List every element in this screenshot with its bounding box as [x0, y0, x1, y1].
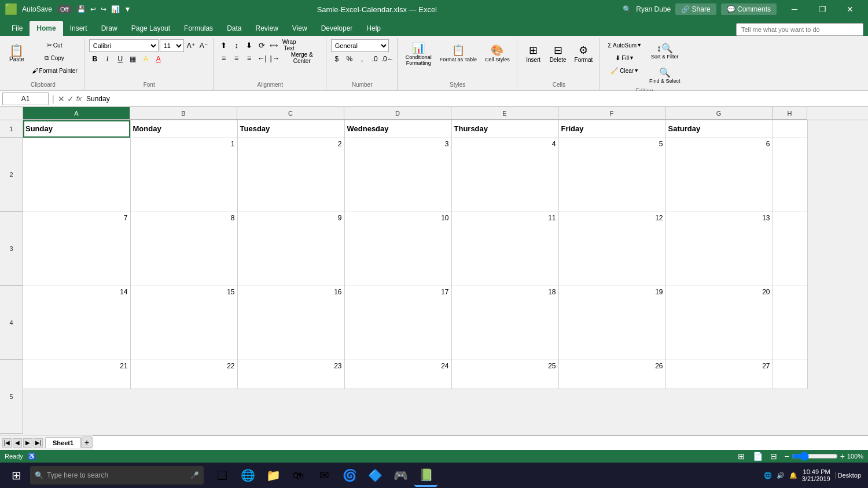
font-name-select[interactable]: Calibri — [89, 39, 159, 52]
currency-button[interactable]: $ — [331, 53, 343, 65]
align-left-button[interactable]: ≡ — [218, 52, 230, 64]
cell-D5[interactable]: 24 — [344, 360, 451, 389]
format-painter-button[interactable]: 🖌 Format Painter — [29, 65, 80, 76]
wrap-text-button[interactable]: ⟺ Wrap Text — [269, 39, 301, 51]
tab-insert[interactable]: Insert — [63, 21, 94, 36]
cell-C5[interactable]: 23 — [237, 360, 344, 389]
tell-me-input[interactable] — [736, 23, 863, 36]
cell-F3[interactable]: 12 — [558, 212, 665, 286]
sheet-tab-1[interactable]: Sheet1 — [45, 437, 81, 448]
sort-filter-button[interactable]: ↕🔍 Sort & Filter — [646, 39, 684, 62]
tab-review[interactable]: Review — [248, 21, 285, 36]
cut-button[interactable]: ✂ Cut — [29, 39, 80, 51]
cell-C1[interactable]: Tuesday — [237, 120, 344, 138]
cell-A5[interactable]: 21 — [23, 360, 130, 389]
taskbar-desktop-button[interactable]: Desktop — [835, 472, 863, 479]
zoom-in-button[interactable]: + — [840, 452, 845, 461]
taskbar-sound-icon[interactable]: 🔊 — [777, 472, 785, 479]
name-box[interactable] — [2, 93, 49, 105]
taskbar-notification-icon[interactable]: 🔔 — [789, 472, 797, 479]
number-format-select[interactable]: General — [331, 39, 389, 52]
cell-C2[interactable]: 2 — [237, 138, 344, 212]
cell-C3[interactable]: 9 — [237, 212, 344, 286]
cell-B4[interactable]: 15 — [130, 286, 237, 360]
cell-H1[interactable] — [773, 120, 807, 138]
cell-styles-button[interactable]: 🎨 Cell Styles — [481, 39, 513, 67]
tab-data[interactable]: Data — [220, 21, 248, 36]
row-header-3[interactable]: 3 — [0, 212, 23, 286]
copy-button[interactable]: ⧉ Copy — [29, 52, 80, 64]
format-as-table-button[interactable]: 📋 Format as Table — [436, 39, 480, 67]
delete-button[interactable]: ⊟ Delete — [546, 39, 570, 67]
page-break-view-button[interactable]: ⊟ — [768, 452, 779, 461]
page-layout-view-button[interactable]: 📄 — [752, 452, 763, 461]
save-icon[interactable]: 💾 — [77, 5, 86, 13]
customize-icon[interactable]: ▼ — [124, 5, 131, 13]
align-top-button[interactable]: ⬆ — [218, 39, 230, 51]
taskbar-app-unknown2[interactable]: 🎮 — [389, 464, 412, 487]
insert-function-icon[interactable]: fx — [76, 95, 82, 103]
row-header-2[interactable]: 2 — [0, 138, 23, 212]
col-header-H[interactable]: H — [773, 107, 807, 120]
cell-B5[interactable]: 22 — [130, 360, 237, 389]
accessibility-icon[interactable]: ♿ — [28, 453, 36, 460]
autosum-button[interactable]: Σ AutoSum ▼ — [605, 39, 645, 51]
sheet-scroll-prev[interactable]: ◀ — [13, 438, 22, 448]
row-header-5[interactable]: 5 — [0, 360, 23, 434]
insert-button[interactable]: ⊞ Insert — [522, 39, 545, 67]
sheet-scroll-first[interactable]: |◀ — [2, 438, 12, 448]
italic-button[interactable]: I — [102, 53, 113, 65]
taskbar-app-task-view[interactable]: ❑ — [211, 464, 234, 487]
minimize-button[interactable]: ─ — [781, 0, 808, 19]
align-middle-button[interactable]: ↕ — [231, 39, 242, 51]
cell-F5[interactable]: 26 — [558, 360, 665, 389]
taskbar-microphone-icon[interactable]: 🎤 — [190, 471, 199, 479]
taskbar-app-excel[interactable]: 📗 — [414, 464, 437, 487]
cell-H4[interactable] — [773, 286, 807, 360]
formula-input[interactable] — [84, 93, 866, 105]
cell-E5[interactable]: 25 — [451, 360, 558, 389]
cell-E3[interactable]: 11 — [451, 212, 558, 286]
col-header-A[interactable]: A — [23, 107, 130, 120]
col-header-D[interactable]: D — [344, 107, 451, 120]
normal-view-button[interactable]: ⊞ — [735, 452, 747, 461]
cell-D3[interactable]: 10 — [344, 212, 451, 286]
increase-decimal-button[interactable]: .0 — [369, 53, 381, 65]
cell-G3[interactable]: 13 — [665, 212, 773, 286]
cell-E4[interactable]: 18 — [451, 286, 558, 360]
taskbar-clock[interactable]: 10:49 PM 3/21/2019 — [802, 468, 830, 482]
cell-E2[interactable]: 4 — [451, 138, 558, 212]
font-color-button[interactable]: A — [153, 53, 164, 65]
cell-A2[interactable] — [23, 138, 130, 212]
taskbar-app-file-explorer[interactable]: 📁 — [262, 464, 285, 487]
fill-button[interactable]: ⬇ Fill ▼ — [605, 52, 645, 64]
share-button[interactable]: 🔗 Share — [675, 3, 716, 15]
taskbar-app-edge[interactable]: 🌐 — [236, 464, 259, 487]
indent-increase-button[interactable]: |→ — [269, 52, 281, 64]
cell-C4[interactable]: 16 — [237, 286, 344, 360]
tab-file[interactable]: File — [5, 21, 30, 36]
orientation-button[interactable]: ⟳ — [256, 39, 268, 51]
cell-A4[interactable]: 14 — [23, 286, 130, 360]
align-bottom-button[interactable]: ⬇ — [244, 39, 255, 51]
taskbar-app-store[interactable]: 🛍 — [287, 464, 310, 487]
merge-center-button[interactable]: Merge & Center — [282, 52, 322, 64]
zoom-slider[interactable] — [792, 452, 838, 461]
undo-icon[interactable]: ↩ — [90, 5, 96, 13]
cell-G2[interactable]: 6 — [665, 138, 773, 212]
cell-A3[interactable]: 7 — [23, 212, 130, 286]
taskbar-app-mail[interactable]: ✉ — [312, 464, 336, 487]
sheet-scroll-last[interactable]: ▶| — [34, 438, 43, 448]
cell-H2[interactable] — [773, 138, 807, 212]
decrease-decimal-button[interactable]: .0← — [382, 53, 393, 65]
autosave-toggle[interactable]: Off — [57, 5, 72, 13]
percent-button[interactable]: % — [344, 53, 355, 65]
decrease-font-button[interactable]: A⁻ — [198, 40, 209, 51]
cell-D1[interactable]: Wednesday — [344, 120, 451, 138]
tab-formulas[interactable]: Formulas — [177, 21, 220, 36]
bold-button[interactable]: B — [89, 53, 101, 65]
fill-color-button[interactable]: A — [140, 53, 152, 65]
cell-B3[interactable]: 8 — [130, 212, 237, 286]
align-right-button[interactable]: ≡ — [244, 52, 255, 64]
cell-G4[interactable]: 20 — [665, 286, 773, 360]
